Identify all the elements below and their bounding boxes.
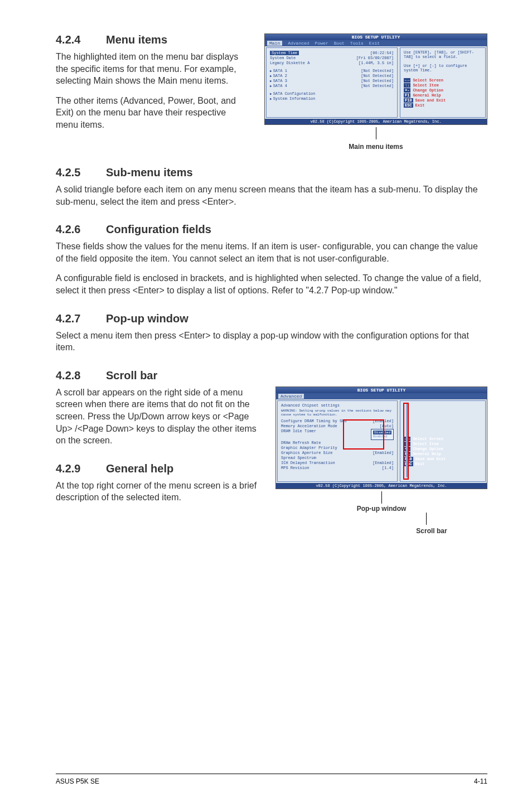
- bios-section-header: Advanced Chipset settings: [281, 403, 394, 408]
- nav-key: F10: [404, 98, 413, 103]
- callout-label: Scroll bar: [326, 527, 487, 535]
- bios-scrollbar: [406, 403, 408, 477]
- heading-text: Sub-menu items: [106, 166, 193, 178]
- bios-tab: Power: [315, 41, 328, 46]
- bios-tabs: Advanced: [276, 393, 487, 399]
- nav-text: Save and Exit: [415, 98, 446, 103]
- callout-label: Main menu items: [264, 143, 487, 151]
- bios-key: Graphic Adapter Priority: [281, 446, 337, 450]
- heading-num: 4.2.6: [56, 223, 106, 236]
- bios-nav-keys: ←→Select Screen ↑↓Select Item +-Change O…: [404, 437, 482, 467]
- heading-num: 4.2.5: [56, 166, 106, 179]
- nav-text: Select Screen: [413, 437, 443, 441]
- heading-text: Menu items: [106, 33, 167, 46]
- popup-option: Enabled: [373, 434, 391, 438]
- bios-val: [Enabled]: [373, 451, 394, 455]
- bios-val: [Auto]: [380, 424, 394, 428]
- bios-warning: WARNING: Setting wrong values in the sec…: [281, 409, 394, 417]
- bios-key: SATA 1: [270, 69, 287, 73]
- heading-num: 4.2.9: [56, 462, 106, 475]
- bios-popup: Disabled Enabled: [371, 429, 394, 440]
- para: These fields show the values for the men…: [56, 240, 487, 264]
- bios-val: [Not Detected]: [361, 74, 394, 78]
- bios-val: [Fri 03/09/2007]: [356, 56, 394, 60]
- nav-key: F10: [404, 457, 413, 461]
- heading-426: 4.2.6Configuration fields: [56, 223, 487, 236]
- callout-line: [381, 491, 382, 504]
- bios-val: [Enabled]: [373, 461, 394, 465]
- nav-text: Select Screen: [413, 78, 443, 83]
- bios-key: Legacy Diskette A: [270, 61, 309, 65]
- nav-text: Exit: [415, 462, 425, 466]
- para: A configurable field is enclosed in brac…: [56, 272, 487, 296]
- bios-key: System Time: [270, 51, 299, 55]
- page: 4.2.4Menu items The highlighted item on …: [0, 0, 532, 802]
- nav-text: Select Item: [413, 442, 438, 446]
- callout-label: Pop-up window: [275, 505, 487, 513]
- para: The other items (Advanced, Power, Boot, …: [56, 95, 245, 131]
- bios-val: [Not Detected]: [361, 79, 394, 83]
- heading-427: 4.2.7Pop-up window: [56, 312, 487, 325]
- bios-key: MPS Revision: [281, 466, 309, 470]
- para: A scroll bar appears on the right side o…: [56, 386, 262, 447]
- heading-425: 4.2.5Sub-menu items: [56, 166, 487, 179]
- bios-tab: Tools: [350, 41, 364, 46]
- heading-num: 4.2.8: [56, 369, 106, 382]
- nav-text: Save and Exit: [415, 457, 446, 461]
- bios-footer: v02.58 (C)Copyright 1985-2005, American …: [265, 119, 487, 124]
- heading-text: General help: [106, 462, 173, 475]
- nav-text: Change Option: [413, 88, 443, 93]
- bios-key: System Date: [270, 56, 296, 60]
- bios-title: BIOS SETUP UTILITY: [276, 387, 487, 393]
- bios-key: SATA 4: [270, 84, 287, 88]
- bios-key: SATA 2: [270, 74, 287, 78]
- nav-text: Change Option: [413, 447, 443, 451]
- nav-key: ESC: [404, 103, 413, 108]
- para: Select a menu item then press <Enter> to…: [56, 330, 487, 354]
- bios-val: [Not Detected]: [361, 69, 394, 73]
- heading-429: 4.2.9General help: [56, 462, 262, 475]
- bios-key: Configure DRAM Timing by SPD: [281, 419, 347, 423]
- nav-text: Select Item: [413, 83, 438, 88]
- footer-right: 4-11: [474, 777, 487, 785]
- bios-key: Spread Spectrum: [281, 456, 316, 460]
- callout-line: [426, 513, 487, 525]
- bios-nav-keys: ←→Select Screen ↑↓Select Item +-Change O…: [404, 78, 482, 109]
- para: At the top right corner of the menu scre…: [56, 480, 262, 504]
- heading-num: 4.2.4: [56, 33, 106, 46]
- footer-left: ASUS P5K SE: [56, 777, 99, 785]
- bios-val: [Not Detected]: [361, 84, 394, 88]
- heading-num: 4.2.7: [56, 312, 106, 325]
- bios-main-panel: Advanced Chipset settings WARNING: Setti…: [277, 400, 398, 482]
- bios-footer: v02.58 (C)Copyright 1985-2005, American …: [276, 483, 487, 489]
- heading-text: Configuration fields: [106, 223, 211, 235]
- nav-key: F1: [404, 93, 410, 98]
- bios-help-panel: Use [ENTER], [TAB], or [SHIFT-TAB] to se…: [400, 47, 486, 118]
- bios-key: SATA Configuration: [270, 91, 315, 96]
- bios-key: DRAM Idle Timer: [281, 429, 316, 440]
- bios-screenshot-main: BIOS SETUP UTILITY Main Advanced Power B…: [264, 33, 487, 125]
- bios-tab: Advanced: [278, 394, 304, 399]
- bios-key: SATA 3: [270, 79, 287, 83]
- heading-text: Pop-up window: [106, 312, 188, 325]
- nav-key: ↑↓: [404, 83, 410, 88]
- heading-text: Scroll bar: [106, 369, 157, 381]
- bios-help-panel: ←→Select Screen ↑↓Select Item +-Change O…: [400, 400, 486, 482]
- nav-key: +-: [404, 88, 410, 93]
- bios-help-text: Use [ENTER], [TAB], or [SHIFT-TAB] to se…: [404, 50, 482, 59]
- bios-screenshot-advanced: BIOS SETUP UTILITY Advanced Advanced Chi…: [275, 386, 487, 489]
- callout-line: [376, 127, 376, 139]
- bios-val: [1.4]: [382, 466, 394, 470]
- popup-option: Disabled: [373, 431, 391, 434]
- para: The highlighted item on the menu bar dis…: [56, 51, 245, 87]
- bios-key: DRAm Refresh Rate: [281, 441, 321, 445]
- bios-tabs: Main Advanced Power Boot Tools Exit: [265, 40, 487, 46]
- heading-428: 4.2.8Scroll bar: [56, 369, 487, 382]
- bios-tab: Exit: [369, 41, 380, 46]
- heading-424: 4.2.4Menu items: [56, 33, 245, 46]
- nav-text: General Help: [413, 452, 441, 456]
- bios-tab: Boot: [334, 41, 345, 46]
- bios-help-text: Use [+] or [-] to configure system Time.: [404, 64, 482, 73]
- bios-val: [1.44M, 3.5 in]: [359, 61, 394, 65]
- bios-key: ICH Delayed Transaction: [281, 461, 335, 465]
